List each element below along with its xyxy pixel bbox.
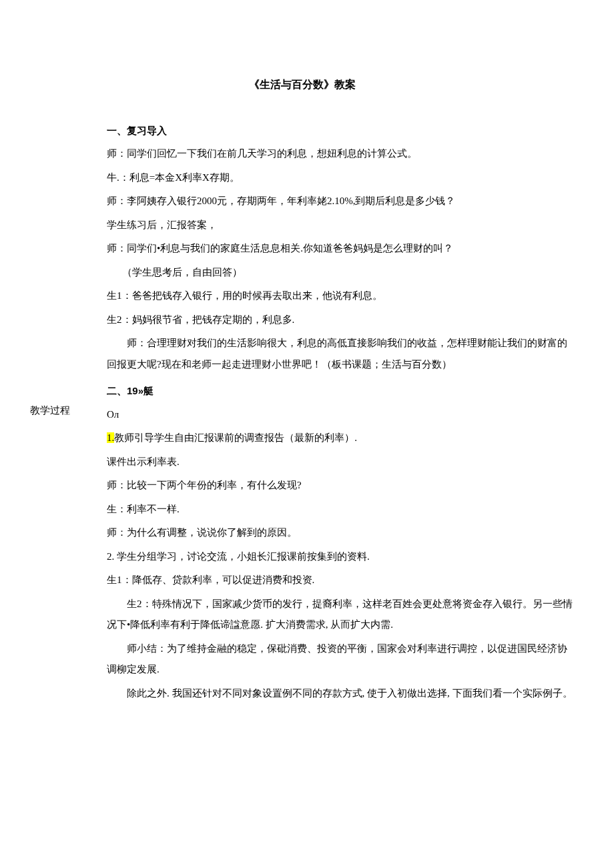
body-line: 课件出示利率表.	[107, 452, 574, 473]
body-line: 学生练习后，汇报答案，	[107, 215, 574, 236]
body-line-highlighted: 1.教师引导学生自由汇报课前的调查报告（最新的利率）.	[107, 428, 574, 449]
body-line: 师：比较一下两个年份的利率，有什么发现?	[107, 475, 574, 496]
body-line: 2. 学生分组学习，讨论交流，小姐长汇报课前按集到的资料.	[107, 546, 574, 568]
body-line: 师：同学们•利息与我们的家庭生活息息相关.你知道爸爸妈妈是怎么理财的叫？	[107, 238, 574, 260]
body-text: 教师引导学生自由汇报课前的调查报告（最新的利率）.	[114, 432, 357, 443]
body-line: 生2：妈妈很节省，把钱存定期的，利息多.	[107, 310, 574, 331]
sub-heading: Oл	[107, 404, 574, 426]
side-label: 教学过程	[30, 400, 70, 422]
main-content: 一、复习导入 师：同学们回忆一下我们在前几天学习的利息，想妞利息的计算公式。 牛…	[107, 115, 574, 707]
body-line: 生：利率不一样.	[107, 499, 574, 520]
body-line: （学生思考后，自由回答）	[107, 262, 574, 284]
section1-heading: 一、复习导入	[107, 120, 574, 141]
body-line: 生2：特殊情况下，国家减少货币的发行，提裔利率，这样老百姓会更处意将资金存入银行…	[107, 594, 574, 636]
body-line: 师：同学们回忆一下我们在前几天学习的利息，想妞利息的计算公式。	[107, 143, 574, 165]
body-line: 师：为什么有调整，说说你了解到的原因。	[107, 522, 574, 544]
body-line: 除此之外. 我国还针对不同对象设置例不同的存款方式, 使于入初做出选择, 下面我…	[107, 683, 574, 705]
body-line: 师小结：为了维持金融的稳定，保砒消费、投资的平衡，国家会对利率进行调控，以促进国…	[107, 638, 574, 681]
body-line: 师：李阿姨存入银行2000元，存期两年，年利率姥2.10%,到期后利息是多少钱？	[107, 191, 574, 212]
content-layout: 教学过程 一、复习导入 师：同学们回忆一下我们在前几天学习的利息，想妞利息的计算…	[30, 115, 574, 707]
body-text: 师：合理理财对我们的生活影响很大，利息的高低直接影响我们的收益，怎样理财能让我们…	[107, 338, 567, 370]
section2-heading: 二、19»艇	[107, 380, 574, 402]
body-text: 师小结：为了维持金融的稳定，保砒消费、投资的平衡，国家会对利率进行调控，以促进国…	[107, 643, 567, 675]
body-line: 师：合理理财对我们的生活影响很大，利息的高低直接影响我们的收益，怎样理财能让我们…	[107, 333, 574, 375]
page-title: 《生活与百分数》教案	[30, 73, 574, 96]
side-label-cell: 教学过程	[30, 115, 107, 707]
body-text: 除此之外. 我国还针对不同对象设置例不同的存款方式, 使于入初做出选择, 下面我…	[127, 688, 573, 699]
highlighted-text: 1.	[107, 432, 114, 443]
body-line: 牛.：利息=本金X利率X存期。	[107, 167, 574, 189]
body-line: 生1：降低存、贷款利率，可以促进消费和投资.	[107, 570, 574, 591]
body-text: 生2：特殊情况下，国家减少货币的发行，提裔利率，这样老百姓会更处意将资金存入银行…	[107, 598, 573, 630]
body-line: 生1：爸爸把钱存入银行，用的时候再去取出来，他说有利息。	[107, 286, 574, 307]
